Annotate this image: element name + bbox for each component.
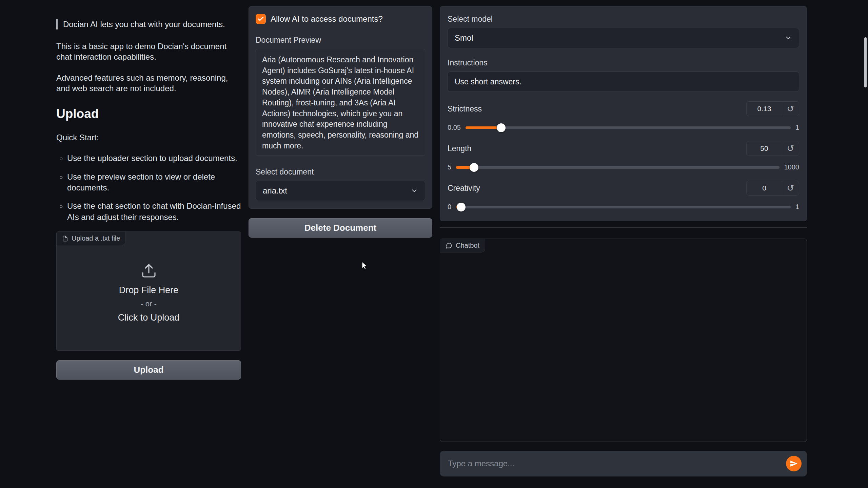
page: Docian AI lets you chat with your docume… (0, 0, 868, 488)
message-input-row (440, 451, 807, 476)
model-dropdown[interactable]: Smol (448, 28, 799, 48)
reset-icon: ↺ (787, 183, 794, 194)
intro-column: Docian AI lets you chat with your docume… (56, 6, 241, 380)
creativity-number-group: 0 ↺ (746, 181, 799, 196)
strictness-number-input[interactable]: 0.13 (747, 102, 782, 116)
instructions-input[interactable] (448, 72, 799, 92)
slider-handle[interactable] (497, 123, 506, 132)
chevron-down-icon (411, 187, 418, 195)
document-preview-label: Document Preview (256, 36, 425, 45)
strictness-reset-button[interactable]: ↺ (782, 102, 799, 116)
settings-panel: Select model Smol Instructions Strictnes… (440, 6, 807, 221)
strictness-slider[interactable] (466, 126, 791, 129)
length-number-input[interactable]: 50 (747, 141, 782, 156)
file-dropzone[interactable]: Upload a .txt file Drop File Here - or -… (56, 231, 241, 351)
strictness-slider-group: Strictness 0.13 ↺ 0.05 1 (448, 101, 799, 131)
strictness-label: Strictness (448, 104, 482, 114)
reset-icon: ↺ (787, 104, 794, 114)
list-item: Use the chat section to chat with Docian… (67, 201, 241, 223)
slider-handle[interactable] (470, 163, 478, 172)
scrollbar-thumb[interactable] (864, 37, 867, 87)
file-icon (62, 236, 68, 242)
slider-handle[interactable] (457, 203, 466, 211)
chatbot-panel: Chatbot (440, 239, 807, 442)
allow-access-label: Allow AI to access documents? (271, 14, 383, 24)
list-item: Use the preview section to view or delet… (67, 171, 241, 194)
chat-column: Select model Smol Instructions Strictnes… (440, 6, 807, 476)
slider-min-label: 0.05 (448, 124, 461, 131)
or-text: - or - (141, 300, 156, 308)
length-slider[interactable] (456, 166, 779, 169)
slider-max-label: 1 (795, 124, 799, 131)
creativity-label: Creativity (448, 184, 480, 193)
drop-file-here-text: Drop File Here (119, 285, 179, 296)
document-dropdown[interactable]: aria.txt (256, 181, 425, 201)
upload-heading: Upload (56, 106, 241, 122)
send-button[interactable] (786, 456, 802, 471)
select-model-label: Select model (448, 15, 799, 24)
document-preview-textarea[interactable]: Aria (Autonomous Research and Innovation… (256, 49, 425, 156)
send-icon (790, 460, 798, 468)
length-number-group: 50 ↺ (746, 141, 799, 156)
length-label: Length (448, 144, 471, 153)
dropzone-inner[interactable]: Drop File Here - or - Click to Upload (57, 232, 241, 350)
delete-document-button[interactable]: Delete Document (249, 218, 432, 238)
app-root: Docian AI lets you chat with your docume… (0, 0, 868, 476)
chevron-down-icon (785, 34, 792, 42)
message-input[interactable] (442, 451, 786, 476)
list-item: Use the uploader section to upload docum… (67, 153, 241, 164)
dropzone-label-text: Upload a .txt file (72, 235, 120, 242)
chatbot-label-text: Chatbot (456, 242, 479, 249)
chatbot-label: Chatbot (440, 239, 485, 252)
slider-min-label: 0 (448, 203, 451, 211)
reset-icon: ↺ (787, 143, 794, 154)
creativity-slider[interactable] (456, 206, 791, 208)
dropzone-label: Upload a .txt file (57, 232, 126, 245)
strictness-number-group: 0.13 ↺ (746, 101, 799, 116)
quick-start-list: Use the uploader section to upload docum… (56, 153, 241, 223)
check-icon (257, 16, 264, 22)
document-column: Allow AI to access documents? Document P… (249, 6, 432, 238)
model-dropdown-value: Smol (455, 33, 473, 43)
length-reset-button[interactable]: ↺ (782, 141, 799, 156)
creativity-number-input[interactable]: 0 (747, 181, 782, 195)
slider-min-label: 5 (448, 163, 451, 171)
creativity-reset-button[interactable]: ↺ (782, 181, 799, 195)
intro-quote: Docian AI lets you chat with your docume… (56, 19, 241, 29)
click-to-upload-text: Click to Upload (118, 312, 180, 323)
upload-button[interactable]: Upload (56, 360, 241, 380)
document-dropdown-value: aria.txt (263, 186, 287, 196)
slider-max-label: 1 (795, 203, 799, 211)
slider-max-label: 1000 (784, 163, 800, 171)
creativity-slider-group: Creativity 0 ↺ 0 1 (448, 181, 799, 211)
quick-start-label: Quick Start: (56, 132, 241, 143)
allow-access-checkbox[interactable] (256, 14, 266, 24)
upload-icon (141, 263, 157, 279)
select-document-label: Select document (256, 167, 425, 177)
divider (440, 227, 807, 228)
intro-paragraph-1: This is a basic app to demo Docian's doc… (56, 41, 241, 62)
length-slider-group: Length 50 ↺ 5 1000 (448, 141, 799, 171)
instructions-label: Instructions (448, 58, 799, 67)
document-panel: Allow AI to access documents? Document P… (249, 6, 432, 209)
slider-fill (466, 126, 501, 129)
allow-access-row: Allow AI to access documents? (256, 14, 425, 24)
chat-bubble-icon (446, 242, 452, 249)
intro-prose: Docian AI lets you chat with your docume… (56, 19, 241, 223)
intro-paragraph-2: Advanced features such as memory, reason… (56, 73, 241, 94)
